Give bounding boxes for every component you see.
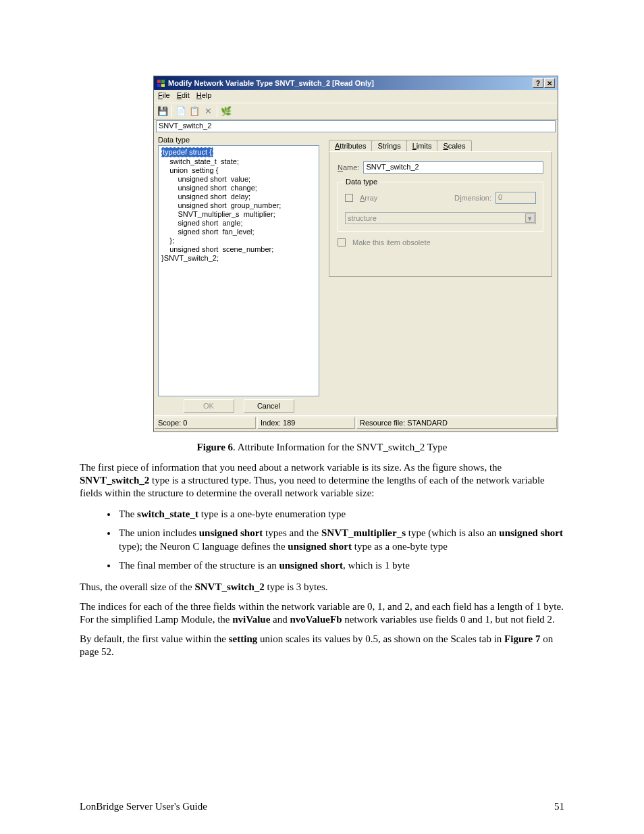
code-line[interactable]: unsigned short scene_number; xyxy=(161,245,273,253)
list-item: The union includes unsigned short types … xyxy=(117,526,564,554)
tab-limits[interactable]: Limits xyxy=(406,140,438,151)
menu-edit[interactable]: Edit xyxy=(177,91,190,101)
code-listbox[interactable]: typedef struct { switch_state_t state; u… xyxy=(158,145,319,396)
cancel-button[interactable]: Cancel xyxy=(244,399,294,413)
save-icon[interactable]: 💾 xyxy=(157,105,169,118)
titlebar[interactable]: Modify Network Variable Type SNVT_switch… xyxy=(154,76,558,90)
code-line[interactable]: unsigned short value; xyxy=(161,175,250,183)
status-bar: Scope: 0 Index: 189 Resource file: STAND… xyxy=(154,415,558,429)
paragraph: Thus, the overall size of the SNVT_switc… xyxy=(80,581,564,594)
footer-title: LonBridge Server User's Guide xyxy=(80,801,207,812)
figure-label: Figure 6 xyxy=(197,442,233,452)
paste-icon[interactable]: 📋 xyxy=(188,105,200,118)
code-line[interactable]: switch_state_t state; xyxy=(161,157,239,165)
data-type-group: Data type Array Dimension: 0 structure ▾ xyxy=(338,182,543,232)
page-number: 51 xyxy=(554,801,564,812)
name-input[interactable]: SNVT_switch_2 xyxy=(363,161,543,174)
code-line[interactable]: unsigned short change; xyxy=(161,184,257,192)
code-line[interactable]: signed short fan_level; xyxy=(161,228,254,236)
code-line[interactable]: SNVT_multiplier_s multiplier; xyxy=(161,210,275,218)
dimension-label: Dimension: xyxy=(454,194,491,202)
copy-icon[interactable]: 📄 xyxy=(175,105,187,118)
menubar: File Edit Help xyxy=(154,90,558,103)
dropdown-value: structure xyxy=(348,214,377,222)
code-line[interactable]: }SNVT_switch_2; xyxy=(161,254,219,262)
code-line[interactable]: unsigned short delay; xyxy=(161,192,250,201)
name-label: Name: xyxy=(338,163,359,172)
app-icon xyxy=(157,79,165,88)
data-type-label: Data type xyxy=(158,136,319,144)
tree-icon[interactable]: 🌿 xyxy=(220,105,232,118)
list-item: The final member of the structure is an … xyxy=(117,558,564,572)
window-title: Modify Network Variable Type SNVT_switch… xyxy=(168,79,374,87)
page-footer: LonBridge Server User's Guide 51 xyxy=(80,801,564,812)
status-scope: Scope: 0 xyxy=(155,417,256,429)
paragraph: The indices for each of the three fields… xyxy=(80,600,564,626)
code-line[interactable]: signed short angle; xyxy=(161,219,242,227)
delete-icon[interactable]: ✕ xyxy=(202,105,214,118)
tab-panel-attributes: Name: SNVT_switch_2 Data type Array Dime… xyxy=(329,151,552,277)
menu-file[interactable]: File xyxy=(158,91,170,101)
code-line[interactable]: unsigned short group_number; xyxy=(161,201,281,209)
array-checkbox[interactable] xyxy=(345,194,353,202)
obsolete-label: Make this item obsolete xyxy=(352,238,431,246)
tab-strings[interactable]: Strings xyxy=(371,140,406,151)
svg-rect-2 xyxy=(157,84,161,87)
bullet-list: The switch_state_t type is a one-byte en… xyxy=(117,507,564,573)
list-item: The switch_state_t type is a one-byte en… xyxy=(117,507,564,521)
svg-rect-1 xyxy=(161,80,165,83)
status-resfile: Resource file: STANDARD xyxy=(356,417,557,429)
ok-button[interactable]: OK xyxy=(184,399,234,413)
paragraph: By default, the first value within the s… xyxy=(80,633,564,658)
figure-caption-text: . Attribute Information for the SNVT_swi… xyxy=(233,442,447,452)
figure-caption: Figure 6. Attribute Information for the … xyxy=(80,442,564,453)
obsolete-checkbox[interactable] xyxy=(338,238,346,246)
tab-scales[interactable]: Scales xyxy=(437,140,471,151)
help-button[interactable]: ? xyxy=(533,78,543,88)
dialog-window: Modify Network Variable Type SNVT_switch… xyxy=(153,76,558,432)
code-line[interactable]: union setting { xyxy=(161,166,218,174)
tab-attributes[interactable]: Attributes xyxy=(329,140,372,151)
dimension-input: 0 xyxy=(495,192,536,204)
array-label: Array xyxy=(360,194,377,202)
type-name-field[interactable]: SNVT_switch_2 xyxy=(156,120,556,132)
code-line[interactable]: }; xyxy=(161,236,174,244)
svg-rect-0 xyxy=(157,80,161,83)
code-line-selected[interactable]: typedef struct { xyxy=(161,147,213,157)
toolbar: 💾 📄 📋 ✕ 🌿 xyxy=(154,103,558,120)
svg-rect-3 xyxy=(161,84,165,87)
paragraph: The first piece of information that you … xyxy=(80,461,564,500)
close-button[interactable]: ✕ xyxy=(544,78,555,88)
chevron-down-icon[interactable]: ▾ xyxy=(525,213,535,223)
data-type-legend: Data type xyxy=(344,178,379,186)
structure-dropdown[interactable]: structure ▾ xyxy=(345,212,536,224)
status-index: Index: 189 xyxy=(257,417,355,429)
menu-help[interactable]: Help xyxy=(196,91,212,101)
